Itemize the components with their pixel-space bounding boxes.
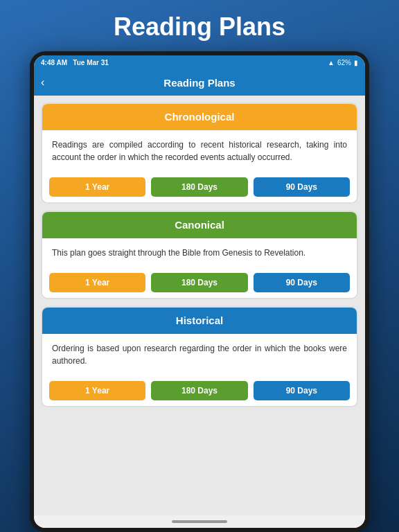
plan-card-header-canonical: Canonical (42, 212, 357, 238)
chronological-1year-button[interactable]: 1 Year (49, 177, 145, 197)
plan-description-canonical: This plan goes straight through the Bibl… (52, 247, 347, 259)
historical-180days-button[interactable]: 180 Days (151, 381, 247, 400)
device-wrapper: 4:48 AM Tue Mar 31 ▲ 62% ▮ ‹ Reading Pla… (30, 51, 369, 532)
plan-card-canonical: Canonical This plan goes straight throug… (41, 211, 358, 299)
content-area: Chronological Readings are compiled acco… (34, 96, 365, 515)
canonical-90days-button[interactable]: 90 Days (254, 273, 350, 292)
plan-card-header-historical: Historical (42, 308, 357, 334)
plan-card-body-historical: Ordering is based upon research regardin… (42, 334, 357, 375)
device-screen: 4:48 AM Tue Mar 31 ▲ 62% ▮ ‹ Reading Pla… (34, 55, 365, 528)
plan-card-body-canonical: This plan goes straight through the Bibl… (42, 238, 357, 267)
plan-card-footer-canonical: 1 Year 180 Days 90 Days (42, 267, 357, 298)
historical-1year-button[interactable]: 1 Year (49, 381, 145, 400)
plan-description-chronological: Readings are compiled according to recen… (52, 139, 347, 163)
plan-card-chronological: Chronological Readings are compiled acco… (41, 103, 358, 204)
home-indicator (34, 515, 365, 528)
plan-description-historical: Ordering is based upon research regardin… (52, 342, 347, 367)
chronological-180days-button[interactable]: 180 Days (151, 177, 247, 197)
plan-title-canonical: Canonical (175, 219, 224, 231)
chronological-90days-button[interactable]: 90 Days (254, 177, 350, 197)
historical-90days-button[interactable]: 90 Days (254, 381, 350, 400)
home-bar (172, 520, 227, 523)
back-button[interactable]: ‹ (41, 76, 44, 89)
plan-card-footer-historical: 1 Year 180 Days 90 Days (42, 375, 357, 406)
battery-text: 62% (337, 59, 351, 66)
nav-title: Reading Plans (163, 77, 235, 89)
plan-card-historical: Historical Ordering is based upon resear… (41, 306, 358, 407)
nav-bar: ‹ Reading Plans (34, 69, 365, 96)
plan-title-historical: Historical (176, 314, 223, 326)
plan-card-body-chronological: Readings are compiled according to recen… (42, 130, 357, 172)
status-right: ▲ 62% ▮ (328, 59, 358, 66)
status-time: 4:48 AM Tue Mar 31 (41, 59, 109, 66)
page-title: Reading Plans (0, 0, 399, 51)
status-bar: 4:48 AM Tue Mar 31 ▲ 62% ▮ (34, 55, 365, 69)
battery-icon: ▮ (354, 59, 358, 66)
canonical-180days-button[interactable]: 180 Days (151, 273, 247, 292)
plan-title-chronological: Chronological (165, 111, 235, 123)
canonical-1year-button[interactable]: 1 Year (49, 273, 145, 292)
plan-card-header-chronological: Chronological (42, 104, 357, 130)
plan-card-footer-chronological: 1 Year 180 Days 90 Days (42, 172, 357, 202)
wifi-icon: ▲ (328, 59, 335, 66)
